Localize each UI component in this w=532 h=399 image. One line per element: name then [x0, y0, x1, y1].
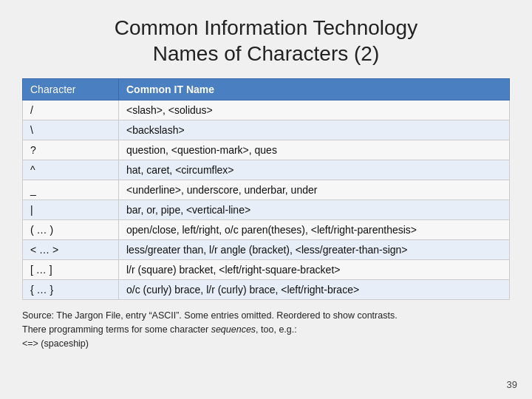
footnote-line1: Source: The Jargon File, entry “ASCII”. … — [22, 310, 398, 321]
footnote-line2-italic: sequences — [211, 324, 256, 335]
table-row: ( … )open/close, left/right, o/c paren(t… — [23, 220, 510, 240]
table-cell-char: | — [23, 200, 119, 220]
table-row: { … }o/c (curly) brace, l/r (curly) brac… — [23, 280, 510, 300]
table-cell-name: <slash>, <solidus> — [119, 100, 510, 120]
table-row: [ … ]l/r (square) bracket, <left/right-s… — [23, 260, 510, 280]
table-cell-name: less/greater than, l/r angle (bracket), … — [119, 240, 510, 260]
table-cell-char: ? — [23, 140, 119, 160]
table-cell-name: <backslash> — [119, 120, 510, 140]
page-title: Common Information Technology Names of C… — [115, 15, 417, 66]
table-cell-char: < … > — [23, 240, 119, 260]
page-number: 39 — [507, 379, 517, 390]
table-row: _<underline>, underscore, underbar, unde… — [23, 180, 510, 200]
table-cell-name: hat, caret, <circumflex> — [119, 160, 510, 180]
table-cell-char: ^ — [23, 160, 119, 180]
table-row: \<backslash> — [23, 120, 510, 140]
table-row: /<slash>, <solidus> — [23, 100, 510, 120]
footnote: Source: The Jargon File, entry “ASCII”. … — [22, 309, 510, 350]
table-cell-name: l/r (square) bracket, <left/right-square… — [119, 260, 510, 280]
table-cell-name: o/c (curly) brace, l/r (curly) brace, <l… — [119, 280, 510, 300]
characters-table: Character Common IT Name /<slash>, <soli… — [22, 78, 510, 300]
footnote-line2-prefix: There programming terms for some charact… — [22, 324, 211, 335]
col-header-it-name: Common IT Name — [119, 79, 510, 100]
table-row: ?question, <question-mark>, ques — [23, 140, 510, 160]
table-cell-name: question, <question-mark>, ques — [119, 140, 510, 160]
table-cell-char: / — [23, 100, 119, 120]
col-header-character: Character — [23, 79, 119, 100]
table-row: < … >less/greater than, l/r angle (brack… — [23, 240, 510, 260]
table-cell-char: ( … ) — [23, 220, 119, 240]
table-cell-char: [ … ] — [23, 260, 119, 280]
table-cell-name: bar, or, pipe, <vertical-line> — [119, 200, 510, 220]
table-row: |bar, or, pipe, <vertical-line> — [23, 200, 510, 220]
footnote-line2-suffix: , too, e.g.: — [256, 324, 297, 335]
table-cell-char: _ — [23, 180, 119, 200]
table-row: ^hat, caret, <circumflex> — [23, 160, 510, 180]
table-cell-name: open/close, left/right, o/c paren(theses… — [119, 220, 510, 240]
footnote-line3: <=> (spaceship) — [22, 338, 89, 349]
table-cell-char: { … } — [23, 280, 119, 300]
table-cell-char: \ — [23, 120, 119, 140]
table-cell-name: <underline>, underscore, underbar, under — [119, 180, 510, 200]
